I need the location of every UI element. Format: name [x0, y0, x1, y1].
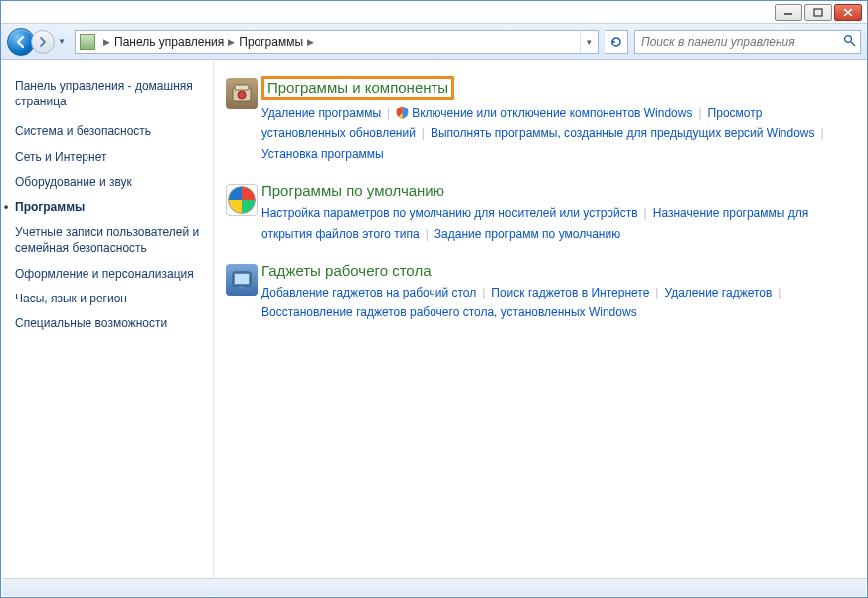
svg-point-8: [238, 91, 246, 99]
main-content: Программы и компонентыУдаление программы…: [214, 60, 867, 598]
category-heading[interactable]: Программы по умолчанию: [261, 182, 444, 199]
task-links: Добавление гаджетов на рабочий стол|Поис…: [261, 283, 849, 323]
task-link[interactable]: Поиск гаджетов в Интернете: [491, 286, 649, 299]
breadcrumb-current[interactable]: Программы: [239, 35, 303, 49]
separator: |: [778, 286, 781, 299]
sidebar-item[interactable]: Специальные возможности: [15, 315, 205, 331]
separator: |: [698, 106, 701, 120]
category-section: Гаджеты рабочего столаДобавление гаджето…: [222, 262, 849, 323]
maximize-button[interactable]: [804, 4, 832, 21]
svg-rect-11: [239, 286, 245, 289]
sidebar-item[interactable]: Оборудование и звук: [15, 174, 205, 190]
sidebar-item[interactable]: Учетные записи пользователей и семейная …: [15, 224, 205, 256]
minimize-button[interactable]: [775, 4, 802, 21]
sidebar-item[interactable]: Оформление и персонализация: [15, 266, 205, 282]
separator: |: [422, 126, 425, 140]
task-link[interactable]: Удаление гаджетов: [664, 286, 772, 299]
category-heading[interactable]: Программы и компоненты: [261, 76, 454, 100]
task-link[interactable]: Удаление программы: [261, 106, 381, 120]
close-button[interactable]: [834, 4, 862, 21]
sidebar-item[interactable]: Часы, язык и регион: [15, 291, 205, 306]
svg-rect-1: [814, 9, 822, 16]
search-icon[interactable]: [843, 34, 856, 50]
task-links: Настройка параметров по умолчанию для но…: [261, 203, 849, 244]
category-section: Программы и компонентыУдаление программы…: [222, 76, 849, 164]
category-section: Программы по умолчаниюНастройка параметр…: [222, 182, 849, 244]
address-dropdown[interactable]: ▾: [580, 31, 598, 53]
default-programs-icon[interactable]: [222, 182, 261, 244]
svg-line-5: [851, 42, 855, 46]
task-link[interactable]: Добавление гаджетов на рабочий стол: [261, 286, 476, 299]
svg-rect-7: [235, 85, 249, 90]
chevron-right-icon[interactable]: ▶: [307, 37, 314, 47]
task-link[interactable]: Восстановление гаджетов рабочего стола, …: [261, 305, 637, 319]
sidebar-item[interactable]: Программы: [15, 199, 205, 215]
history-dropdown[interactable]: ▼: [55, 30, 69, 54]
breadcrumb-bar[interactable]: ▶ Панель управления ▶ Программы ▶ ▾: [75, 30, 599, 54]
refresh-button[interactable]: [605, 30, 628, 54]
navigation-bar: ▼ ▶ Панель управления ▶ Программы ▶ ▾: [1, 24, 867, 60]
program-box-icon[interactable]: [222, 76, 261, 164]
task-link[interactable]: Настройка параметров по умолчанию для но…: [261, 206, 638, 220]
forward-button[interactable]: [31, 30, 55, 54]
task-link[interactable]: Установка программы: [261, 147, 384, 161]
svg-rect-10: [235, 274, 249, 284]
chevron-right-icon[interactable]: ▶: [103, 37, 110, 47]
sidebar-item[interactable]: Сеть и Интернет: [15, 149, 205, 165]
task-link[interactable]: Включение или отключение компонентов Win…: [396, 106, 692, 120]
search-box[interactable]: [634, 30, 861, 54]
separator: |: [821, 126, 824, 140]
separator: |: [482, 286, 485, 299]
breadcrumb-root[interactable]: Панель управления: [114, 35, 224, 49]
separator: |: [426, 227, 429, 241]
separator: |: [655, 286, 658, 299]
status-bar: [2, 578, 866, 596]
control-panel-icon: [80, 34, 95, 50]
chevron-right-icon[interactable]: ▶: [228, 37, 235, 47]
sidebar-item[interactable]: Система и безопасность: [15, 123, 205, 139]
separator: |: [644, 206, 647, 220]
search-input[interactable]: [639, 34, 843, 50]
task-link[interactable]: Выполнять программы, созданные для преды…: [431, 126, 815, 140]
category-heading[interactable]: Гаджеты рабочего стола: [261, 262, 431, 279]
task-links: Удаление программы|Включение или отключе…: [261, 103, 849, 164]
gadgets-icon[interactable]: [222, 262, 261, 323]
task-link[interactable]: Задание программ по умолчанию: [434, 227, 620, 241]
separator: |: [387, 106, 390, 120]
window-titlebar: [1, 1, 867, 24]
svg-point-4: [845, 35, 852, 42]
control-panel-home-link[interactable]: Панель управления - домашняя страница: [15, 78, 205, 109]
sidebar: Панель управления - домашняя страница Си…: [1, 60, 214, 598]
